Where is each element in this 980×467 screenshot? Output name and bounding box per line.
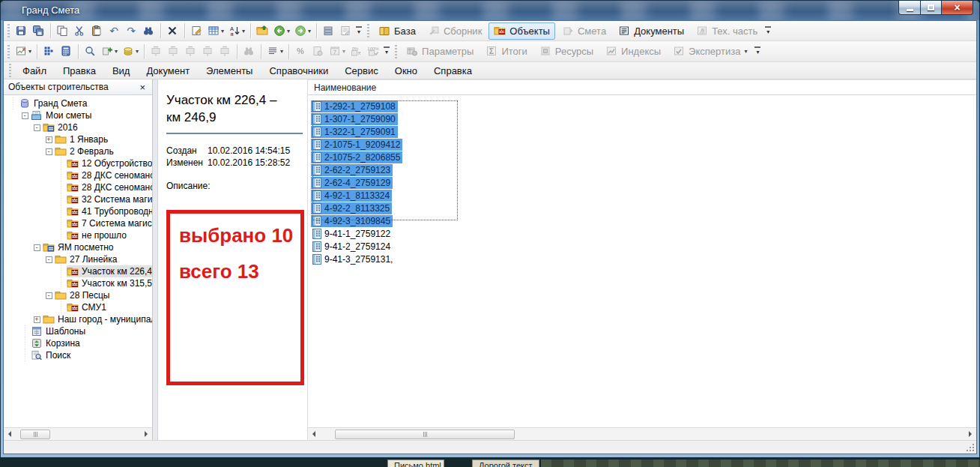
- menu-item-9[interactable]: Справка: [426, 64, 480, 78]
- justify-button[interactable]: ▾: [265, 43, 285, 60]
- nav-documents-button[interactable]: Документы: [613, 22, 689, 40]
- scrollbar-thumb[interactable]: [20, 430, 50, 439]
- toolbar-grip[interactable]: [7, 45, 10, 58]
- menu-item-5[interactable]: Элементы: [198, 64, 261, 78]
- tree-item[interactable]: Гранд Смета: [4, 97, 152, 109]
- tree-item-body[interactable]: Шаблоны: [31, 325, 88, 337]
- toolbar-overflow-button[interactable]: ▾: [384, 46, 390, 56]
- dropdown-arrow-icon[interactable]: ▾: [744, 48, 747, 55]
- tree-item[interactable]: Корзина: [4, 337, 152, 349]
- menu-item-2[interactable]: Правка: [55, 64, 104, 78]
- list-item[interactable]: 9-41-1_2759122: [311, 227, 976, 240]
- magnifier-button[interactable]: [82, 43, 98, 60]
- tree-item[interactable]: 41 Трубопроводна: [4, 205, 152, 217]
- toolbar-overflow-button[interactable]: ▾: [754, 46, 760, 56]
- menu-grip[interactable]: [8, 64, 12, 77]
- dropdown-arrow-icon[interactable]: ▾: [221, 28, 224, 34]
- rows-button[interactable]: [321, 22, 336, 39]
- list-column-header[interactable]: Наименование: [308, 79, 976, 95]
- save-button[interactable]: [13, 22, 29, 39]
- sort-button[interactable]: Ая▾: [227, 22, 246, 39]
- list-hscrollbar[interactable]: [308, 427, 976, 440]
- tree-item-body[interactable]: 28 ДКС сеноманск: [67, 181, 152, 193]
- tree-item-body[interactable]: СМУ1: [67, 301, 109, 313]
- list-item[interactable]: 2-62-4_2759129: [311, 176, 976, 189]
- properties-button[interactable]: [189, 22, 205, 39]
- menu-item-1[interactable]: Файл: [14, 64, 55, 78]
- save-all-button[interactable]: [31, 22, 46, 39]
- menu-item-3[interactable]: Вид: [104, 64, 139, 78]
- tree-item[interactable]: Участок км 226,4: [4, 265, 152, 277]
- menu-item-7[interactable]: Сервис: [336, 64, 387, 78]
- nav-params-button[interactable]: Параметры: [401, 43, 479, 60]
- list-item-body[interactable]: 1-292-1_2759108: [311, 100, 398, 112]
- menu-item-4[interactable]: Документ: [138, 64, 198, 78]
- dropdown-arrow-icon[interactable]: ▾: [136, 48, 139, 55]
- list-item[interactable]: 9-41-2_2759124: [311, 240, 976, 253]
- tree-expander[interactable]: -: [43, 253, 55, 265]
- maximize-button[interactable]: [921, 1, 942, 15]
- tree-item-body[interactable]: 7 Система магистр: [67, 217, 152, 229]
- panel-close-icon[interactable]: ×: [137, 82, 148, 93]
- tree-item-body[interactable]: 12 Обустройство с: [67, 157, 152, 169]
- paste-button[interactable]: [89, 22, 105, 39]
- nav-objects-button[interactable]: Объекты: [489, 22, 555, 40]
- menu-item-6[interactable]: Справочники: [261, 64, 336, 78]
- nav-expertise-button[interactable]: Экспертиза▾: [668, 43, 752, 60]
- tree-expander[interactable]: -: [43, 145, 55, 157]
- list-item-body[interactable]: 2-62-4_2759129: [311, 177, 393, 189]
- list-item[interactable]: 1-292-1_2759108: [311, 100, 976, 112]
- list-item[interactable]: 2-1075-2_8206855: [311, 151, 976, 163]
- tree-item-body[interactable]: ЯМ посметно: [43, 241, 116, 253]
- tree-expander[interactable]: -: [43, 289, 55, 301]
- dropdown-arrow-icon[interactable]: ▾: [242, 28, 245, 34]
- tree-item[interactable]: -Мои сметы: [4, 109, 152, 121]
- tree-item[interactable]: 32 Система магист: [4, 193, 152, 205]
- coins-button[interactable]: ▾: [121, 43, 140, 60]
- tree-expander[interactable]: +: [31, 313, 43, 325]
- list-item-body[interactable]: 4-92-2_8113325: [311, 202, 392, 214]
- tree-item[interactable]: Шаблоны: [4, 325, 152, 337]
- tree-item-body[interactable]: 27 Линейка: [55, 253, 119, 265]
- tree-item-body[interactable]: Участок км 315,5: [67, 277, 152, 289]
- list-item-body[interactable]: 9-41-3_2759131,: [311, 253, 393, 265]
- sidebar-hscrollbar[interactable]: [4, 427, 152, 440]
- dropdown-arrow-icon[interactable]: ▾: [287, 28, 290, 34]
- nav-tech-button[interactable]: AТех. часть: [691, 22, 763, 40]
- tree-item[interactable]: 12 Обустройство с: [4, 157, 152, 169]
- tree-item-body[interactable]: 32 Система магист: [67, 193, 152, 205]
- tree-item-body[interactable]: 2016: [43, 121, 80, 133]
- list-item[interactable]: 1-322-1_2759091: [311, 125, 976, 138]
- list-item[interactable]: 2-1075-1_9209412: [311, 138, 976, 151]
- list-item-body[interactable]: 4-92-1_8113324: [311, 190, 392, 202]
- tree-expander[interactable]: +: [43, 133, 55, 145]
- tree-item[interactable]: Поиск: [4, 349, 152, 361]
- minimize-button[interactable]: [898, 1, 921, 15]
- list-item-body[interactable]: 9-41-1_2759122: [311, 228, 390, 240]
- minus-expander-icon[interactable]: -: [46, 148, 52, 155]
- tree-item-body[interactable]: 28 ДКС сеноманск: [67, 169, 152, 181]
- tree-item-body[interactable]: Поиск: [31, 349, 73, 361]
- scroll-left-icon[interactable]: [4, 429, 16, 440]
- scroll-right-icon[interactable]: [140, 429, 152, 440]
- toolbar-grip[interactable]: [7, 24, 10, 37]
- add-position-button[interactable]: ▾: [100, 43, 119, 60]
- redo-button[interactable]: ↷: [124, 22, 139, 39]
- tree-item-body[interactable]: 1 Январь: [55, 133, 110, 145]
- cut-button[interactable]: [72, 22, 88, 39]
- back-button[interactable]: ▾: [272, 22, 291, 39]
- nav-collection-button[interactable]: Сборник: [423, 22, 487, 40]
- tree-item[interactable]: +1 Январь: [4, 133, 152, 145]
- structure-button[interactable]: [41, 43, 57, 60]
- minus-expander-icon[interactable]: -: [34, 124, 40, 131]
- list-item-body[interactable]: 1-322-1_2759091: [311, 126, 398, 138]
- toolbar-grip[interactable]: [394, 45, 398, 58]
- nav-totals-button[interactable]: ΣИтоги: [480, 43, 532, 60]
- calculator-button[interactable]: [58, 43, 74, 60]
- tree-item[interactable]: -27 Линейка: [4, 253, 152, 265]
- tree-item[interactable]: 7 Система магистр: [4, 217, 152, 229]
- toolbar-overflow-button[interactable]: ▾: [356, 26, 362, 36]
- scroll-left-icon[interactable]: [308, 429, 320, 440]
- table-view-button[interactable]: ▾: [206, 22, 226, 39]
- tree-item-body[interactable]: Гранд Смета: [19, 97, 89, 109]
